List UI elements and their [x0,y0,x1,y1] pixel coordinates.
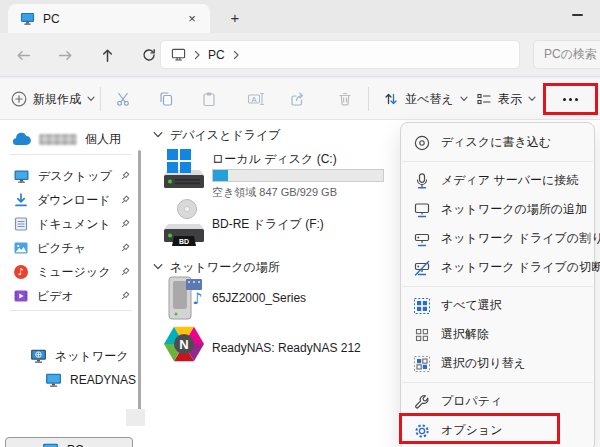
monitor-icon [20,11,35,26]
section-devices-and-drives[interactable]: デバイスとドライブ [153,126,281,144]
file-explorer-window: PC × + [0,0,600,447]
see-more-button[interactable] [549,84,591,114]
menu-item-disconnect-network-drive[interactable]: ネットワーク ドライブの切断 [401,253,594,282]
sidebar-item-label: 個人用 [85,131,121,148]
network-icon [30,348,47,364]
sidebar-item-pc[interactable]: PC [5,437,133,447]
readynas-hexagon-icon: N [162,322,206,366]
plus-circle-icon [11,91,27,107]
pin-icon [120,219,130,229]
local-disk-name[interactable]: ローカル ディスク (C:) [212,151,337,168]
media-server-name[interactable]: 65JZ2000_Series [212,291,306,305]
tab-pc[interactable]: PC × [8,4,210,33]
sidebar-item-network[interactable]: ネットワーク [30,344,128,368]
cut-button[interactable] [107,84,139,114]
sidebar-item-documents[interactable]: ドキュメント [13,212,111,236]
menu-divider [402,286,593,287]
menu-item-properties[interactable]: プロパティ [401,387,594,416]
sidebar-item-onedrive[interactable]: 個人用 [12,127,121,151]
pin-icon [120,243,130,253]
sidebar-item-downloads[interactable]: ダウンロード [13,188,110,212]
disconnect-network-drive-icon [413,259,431,277]
sidebar-item-desktop[interactable]: デスクトップ [13,164,112,188]
documents-icon [13,216,29,232]
up-arrow-icon [99,47,116,64]
menu-item-burn-to-disc[interactable]: ディスクに書き込む [401,128,594,157]
paste-button[interactable] [193,84,225,114]
desktop-icon [13,169,30,184]
menu-item-select-all[interactable]: すべて選択 [401,291,594,320]
tab-title: PC [43,12,176,26]
breadcrumb-monitor-icon [171,47,186,62]
breadcrumb-location[interactable]: PC [208,48,225,62]
menu-item-invert-selection[interactable]: 選択の切り替え [401,349,594,378]
tab-close-icon[interactable]: × [184,11,200,27]
bd-drive-icon: BD [160,198,206,250]
pin-icon [120,267,130,277]
rename-button[interactable]: A [239,84,271,114]
svg-text:A: A [251,95,256,104]
svg-text:♪: ♪ [192,289,202,308]
chevron-down-icon [153,263,163,271]
svg-text:N: N [179,337,188,352]
sidebar-item-pictures[interactable]: ピクチャ [13,236,86,260]
media-server-icon: ♪ [166,274,206,322]
sort-button[interactable]: 並べ替え [377,84,474,114]
select-all-icon [413,297,431,315]
chevron-right-icon [193,50,201,60]
minimize-icon[interactable] [572,14,583,16]
view-button-label: 表示 [498,91,522,108]
redacted-username [39,134,77,145]
delete-icon [337,91,353,107]
copy-icon [158,91,174,107]
address-bar[interactable]: PC [160,40,520,69]
toolbar-divider [368,87,369,111]
toolbar-divider [100,87,101,111]
sidebar-scrollbar[interactable] [138,150,141,410]
share-button[interactable] [281,84,313,114]
menu-item-connect-media-server[interactable]: メディア サーバーに接続 [401,166,594,195]
media-connect-icon [413,172,431,190]
pin-icon [120,171,130,181]
menu-item-select-none[interactable]: 選択解除 [401,320,594,349]
forward-button[interactable] [50,40,80,70]
pin-icon [120,195,130,205]
paste-icon [201,91,217,107]
menu-item-add-network-location[interactable]: ネットワークの場所の追加 [401,195,594,224]
item-readynas[interactable]: N [162,322,206,366]
menu-item-map-network-drive[interactable]: ネットワーク ドライブの割り当て [401,224,594,253]
sidebar-item-readynas[interactable]: READYNAS [45,368,136,392]
new-button[interactable]: 新規作成 [5,84,101,114]
sidebar-scrollbar-end[interactable] [126,409,145,426]
back-button[interactable] [8,40,38,70]
item-local-disk[interactable] [160,146,206,192]
up-button[interactable] [92,40,122,70]
cut-icon [115,91,131,107]
item-media-server[interactable]: ♪ [166,274,206,322]
chevron-down-icon [528,96,536,102]
bd-drive-name[interactable]: BD-RE ドライブ (F:) [212,216,324,233]
refresh-icon [141,47,157,63]
readynas-name[interactable]: ReadyNAS: ReadyNAS 212 [212,341,361,355]
delete-button[interactable] [329,84,361,114]
videos-icon [13,288,29,304]
chevron-down-icon [460,96,468,102]
chevron-right-icon[interactable] [232,50,240,60]
new-tab-icon[interactable]: + [224,7,246,29]
sidebar-item-videos[interactable]: ビデオ [13,284,74,308]
search-placeholder: PCの検索 [544,46,597,63]
downloads-icon [13,192,29,208]
svg-text:BD: BD [179,238,189,245]
menu-item-options[interactable]: オプション [401,416,594,445]
new-button-label: 新規作成 [33,91,81,108]
properties-wrench-icon [413,393,431,411]
back-arrow-icon [15,47,32,64]
tab-bar: PC × + [0,0,600,33]
copy-button[interactable] [150,84,182,114]
disk-usage-fill [213,170,228,181]
item-bd-drive[interactable]: BD [160,198,206,250]
search-input[interactable]: PCの検索 [533,40,600,69]
sidebar-item-music[interactable]: ♪ ミュージック [13,260,110,284]
view-button[interactable]: 表示 [470,84,542,114]
onedrive-cloud-icon [12,132,31,146]
